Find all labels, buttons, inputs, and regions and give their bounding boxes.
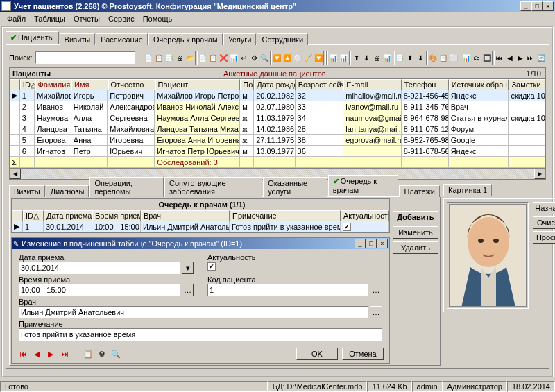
nav-tool1-icon[interactable]: 📋 xyxy=(83,348,94,359)
nav-prev-icon[interactable]: ◀ xyxy=(31,348,42,359)
table-row[interactable]: 5ЕгороваАннаИгоревнаЕгорова Анна Игоревн… xyxy=(10,135,545,146)
tab-Услуги[interactable]: Услуги xyxy=(223,33,257,45)
toolbar-btn-6[interactable]: 📄 xyxy=(198,51,208,65)
subtab-Платежи[interactable]: Платежи xyxy=(399,185,440,197)
toolbar-btn-24[interactable]: ⬆ xyxy=(351,51,361,65)
dialog-minimize[interactable]: _ xyxy=(355,239,366,248)
toolbar-btn-12[interactable]: 🔍 xyxy=(259,51,270,65)
toolbar-btn-4[interactable]: 📂 xyxy=(185,51,195,65)
toolbar-btn-45[interactable]: 🔄 xyxy=(536,51,546,65)
subtab-Операции, переломы[interactable]: Операции, переломы xyxy=(89,177,164,197)
col-1[interactable]: ID△ xyxy=(20,79,35,90)
table-row[interactable]: 4ЛанцоваТатьянаМихайловнаЛанцова Татьяна… xyxy=(10,123,545,135)
toolbar-btn-39[interactable]: 🔲 xyxy=(482,51,493,65)
add-button[interactable]: Добавить xyxy=(393,211,438,223)
col-3[interactable]: Имя xyxy=(71,79,108,90)
toolbar-btn-15[interactable]: 🔼 xyxy=(282,51,293,65)
toolbar-btn-38[interactable]: 🗂 xyxy=(472,51,482,65)
tab-Визиты[interactable]: Визиты xyxy=(60,33,96,45)
picture-tab[interactable]: Картинка 1 xyxy=(443,184,492,196)
subcol-4[interactable]: Врач xyxy=(141,210,230,221)
col-11[interactable]: Источник обращения xyxy=(449,79,509,90)
menu-Файл[interactable]: Файл xyxy=(3,14,30,24)
time-input[interactable] xyxy=(19,284,180,296)
toolbar-btn-3[interactable]: 🖨 xyxy=(175,51,185,65)
code-picker-icon[interactable]: … xyxy=(370,284,382,296)
toolbar-btn-44[interactable]: ⏭ xyxy=(525,51,536,65)
col-8[interactable]: Возраст сейчас xyxy=(296,79,344,90)
toolbar-btn-41[interactable]: ⏮ xyxy=(495,51,505,65)
toolbar-btn-9[interactable]: 📊 xyxy=(228,51,239,65)
toolbar-btn-16[interactable]: ⚪ xyxy=(293,51,303,65)
nav-next-icon[interactable]: ▶ xyxy=(45,348,56,359)
nav-tool2-icon[interactable]: ⚙ xyxy=(96,348,108,359)
date-dropdown-icon[interactable]: ▾ xyxy=(182,262,194,274)
toolbar-btn-27[interactable]: 📊 xyxy=(382,51,393,65)
close-button[interactable]: × xyxy=(543,1,554,11)
toolbar-btn-22[interactable]: 📊 xyxy=(339,51,349,65)
col-5[interactable]: Пациент xyxy=(155,79,241,90)
subtab-Очередь к врачам[interactable]: ✔Очередь к врачам xyxy=(328,175,399,196)
toolbar-btn-17[interactable]: 🧹 xyxy=(303,51,314,65)
subtab-Диагнозы[interactable]: Диагнозы xyxy=(46,185,89,197)
toolbar-btn-34[interactable]: 📋 xyxy=(438,51,449,65)
note-input[interactable] xyxy=(19,328,382,341)
col-12[interactable]: Заметки xyxy=(509,79,545,90)
toolbar-btn-11[interactable]: ⚙ xyxy=(249,51,259,65)
maximize-button[interactable]: □ xyxy=(531,1,543,11)
nav-last-icon[interactable]: ⏭ xyxy=(59,348,70,359)
search-input[interactable] xyxy=(35,51,135,64)
ok-button[interactable]: OK xyxy=(296,348,338,360)
subtab-Сопутствующие заболевания[interactable]: Сопутствующие заболевания xyxy=(164,177,262,197)
toolbar-btn-37[interactable]: 📊 xyxy=(461,51,472,65)
doctor-input[interactable] xyxy=(19,306,368,318)
delete-button[interactable]: Удалить xyxy=(393,241,438,254)
col-6[interactable]: Пол xyxy=(240,79,254,90)
toolbar-btn-35[interactable]: ⬜ xyxy=(449,51,459,65)
col-4[interactable]: Отчество xyxy=(108,79,155,90)
toolbar-btn-18[interactable]: 🔽 xyxy=(313,51,323,65)
tab-Очередь к врачам[interactable]: Очередь к врачам xyxy=(148,33,223,45)
menu-Отчеты[interactable]: Отчеты xyxy=(69,14,104,24)
toolbar-btn-10[interactable]: ↩ xyxy=(239,51,249,65)
table-row[interactable]: 6ИгнатовПетрЮрьевичИгнатов Петр Юрьевичм… xyxy=(10,146,545,157)
toolbar-btn-8[interactable]: ❌ xyxy=(218,51,228,65)
scroll-left-icon[interactable]: ◀ xyxy=(10,169,21,179)
toolbar-btn-21[interactable]: 📊 xyxy=(328,51,339,65)
toolbar-btn-29[interactable]: 📑 xyxy=(395,51,405,65)
date-input[interactable] xyxy=(19,262,180,274)
queue-row[interactable]: ▶130.01.201410:00 - 15:00Ильин Дмитрий А… xyxy=(12,221,389,232)
table-row[interactable]: 3НаумоваАллаСергеевнаНаумова Алла Сергее… xyxy=(10,112,545,123)
doctor-picker-icon[interactable]: … xyxy=(370,306,382,318)
subcol-6[interactable]: Актуальность xyxy=(341,210,389,221)
time-picker-icon[interactable]: … xyxy=(182,284,194,296)
toolbar-btn-14[interactable]: 🔽 xyxy=(272,51,282,65)
menu-Помощь[interactable]: Помощь xyxy=(139,14,177,24)
nav-first-icon[interactable]: ⏮ xyxy=(17,348,28,359)
table-row[interactable]: 2ИвановНиколайАлександровичИванов Никола… xyxy=(10,101,545,112)
subcol-5[interactable]: Примечание xyxy=(230,210,341,221)
toolbar-btn-43[interactable]: ▶ xyxy=(515,51,526,65)
edit-button[interactable]: Изменить xyxy=(393,226,438,239)
toolbar-btn-42[interactable]: ◀ xyxy=(505,51,515,65)
toolbar-btn-26[interactable]: 🖨 xyxy=(372,51,382,65)
subcol-0[interactable] xyxy=(12,210,23,221)
toolbar-btn-31[interactable]: ⬇ xyxy=(416,51,426,65)
toolbar-btn-2[interactable]: 📑 xyxy=(164,51,175,65)
subcol-1[interactable]: ID△ xyxy=(23,210,44,221)
col-0[interactable] xyxy=(10,79,20,90)
toolbar-btn-33[interactable]: 🎨 xyxy=(428,51,438,65)
actual-checkbox[interactable]: ✔ xyxy=(207,262,216,271)
toolbar-btn-7[interactable]: 📋 xyxy=(208,51,219,65)
col-2[interactable]: Фамилия xyxy=(35,79,72,90)
tab-Пациенты[interactable]: ✔Пациенты xyxy=(6,31,59,44)
assign-button[interactable]: Назначить xyxy=(533,202,555,214)
code-input[interactable] xyxy=(207,284,368,296)
toolbar-btn-25[interactable]: ⬇ xyxy=(361,51,372,65)
col-7[interactable]: Дата рождения xyxy=(254,79,295,90)
minimize-button[interactable]: _ xyxy=(520,1,531,11)
menu-Таблицы[interactable]: Таблицы xyxy=(30,14,69,24)
subtab-Оказанные услуги[interactable]: Оказанные услуги xyxy=(263,177,327,197)
tab-Сотрудники[interactable]: Сотрудники xyxy=(257,33,308,45)
nav-tool3-icon[interactable]: 🔍 xyxy=(110,348,121,359)
